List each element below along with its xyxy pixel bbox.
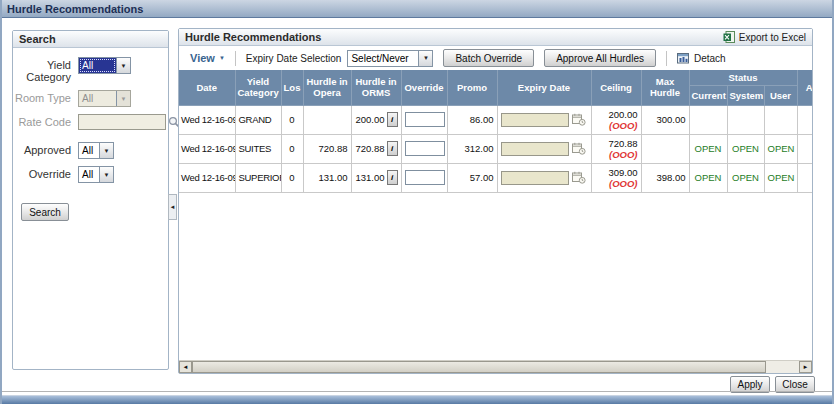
date-cell: Wed 12-16-09 — [179, 134, 235, 163]
override-label: Override — [13, 166, 71, 183]
promo-cell: 57.00 — [447, 163, 497, 192]
table-row[interactable]: Wed 12-16-09 SUITES 0 720.88 720.88i 312… — [179, 134, 812, 163]
override-input[interactable] — [405, 170, 445, 185]
detach-window-icon — [677, 52, 690, 64]
export-to-excel-button[interactable]: Export to Excel — [723, 31, 806, 43]
approved-select[interactable]: All ▼ — [78, 142, 114, 159]
approve-all-hurdles-button[interactable]: Approve All Hurdles — [544, 49, 656, 67]
override-input[interactable] — [405, 112, 445, 127]
scroll-right-icon[interactable]: ► — [799, 361, 812, 373]
excel-icon — [723, 31, 735, 43]
hurdle-in-opera-cell: 131.00 — [303, 163, 351, 192]
ceiling-ooo-flag: (OOO) — [595, 149, 638, 160]
override-cell — [401, 134, 447, 163]
column-header-approve-clipped: Ap — [797, 70, 812, 105]
calendar-icon[interactable] — [572, 113, 586, 126]
column-header-yield-category: Yield Category — [235, 70, 281, 105]
chevron-down-icon: ▼ — [219, 55, 225, 61]
horizontal-scrollbar[interactable]: ◄ ► — [179, 360, 812, 373]
toolbar-separator — [666, 51, 667, 66]
hurdle-panel-header: Hurdle Recommendations Export to Excel — [179, 29, 812, 46]
column-header-los: Los — [281, 70, 303, 105]
orms-info-button[interactable]: i — [387, 170, 398, 185]
column-header-hurdle-in-orms: Hurdle in ORMS — [351, 70, 401, 105]
status-system-cell: OPEN — [727, 134, 764, 163]
window-bottom-border — [2, 395, 832, 404]
status-current-cell — [689, 105, 727, 134]
rate-code-input — [78, 114, 166, 130]
override-cell — [401, 105, 447, 134]
column-header-status-system: System — [727, 85, 764, 105]
search-button[interactable]: Search — [21, 203, 69, 221]
date-cell: Wed 12-16-09 — [179, 163, 235, 192]
chevron-down-icon[interactable]: ▼ — [116, 58, 130, 73]
chevron-down-icon[interactable]: ▼ — [99, 167, 113, 182]
search-form: Yield Category All ▼ Room Type All ▼ Rat… — [13, 48, 168, 221]
override-field: Override All ▼ — [13, 166, 164, 183]
yield-category-cell: GRAND — [235, 105, 281, 134]
status-system-cell — [727, 105, 764, 134]
yield-category-cell: SUPERIOR — [235, 163, 281, 192]
date-cell: Wed 12-16-09 — [179, 105, 235, 134]
room-type-field: Room Type All ▼ — [13, 90, 164, 107]
room-type-select: All ▼ — [78, 90, 131, 107]
ceiling-cell: 200.00 (OOO) — [591, 105, 641, 134]
expiry-date-cell — [497, 134, 591, 163]
expiry-date-input[interactable] — [501, 113, 569, 127]
override-cell — [401, 163, 447, 192]
override-input[interactable] — [405, 141, 445, 156]
los-cell: 0 — [281, 105, 303, 134]
expiry-date-selection-label: Expiry Date Selection — [246, 53, 342, 64]
calendar-icon[interactable] — [572, 171, 586, 184]
approved-value: All — [79, 143, 99, 158]
approve-cell-clipped — [797, 105, 812, 134]
calendar-icon[interactable] — [572, 142, 586, 155]
toolbar-separator — [235, 51, 236, 66]
detach-button[interactable]: Detach — [677, 52, 726, 64]
window-title: Hurdle Recommendations — [7, 3, 143, 15]
window-titlebar: Hurdle Recommendations — [2, 0, 832, 18]
chevron-down-icon[interactable]: ▼ — [99, 143, 113, 158]
scroll-left-icon[interactable]: ◄ — [179, 361, 192, 373]
yield-category-field: Yield Category All ▼ — [13, 57, 164, 83]
scrollbar-thumb[interactable] — [192, 361, 766, 373]
yield-category-select[interactable]: All ▼ — [78, 57, 131, 74]
hurdle-recommendations-panel: Hurdle Recommendations Export to Excel V… — [178, 28, 813, 374]
content-bottom-divider — [2, 391, 832, 392]
column-header-override: Override — [401, 70, 447, 105]
search-panel: Search Yield Category All ▼ Room Type Al… — [12, 30, 169, 370]
scrollbar-track[interactable] — [766, 361, 799, 373]
hurdle-recommendations-window: Hurdle Recommendations Search Yield Cate… — [0, 0, 834, 404]
rate-code-label: Rate Code — [13, 114, 71, 130]
orms-info-button[interactable]: i — [387, 112, 398, 127]
status-system-cell: OPEN — [727, 163, 764, 192]
batch-override-button[interactable]: Batch Override — [443, 49, 534, 67]
expiry-date-input[interactable] — [501, 171, 569, 185]
splitter-collapse-handle[interactable]: ◄ — [168, 194, 177, 220]
hurdle-in-orms-cell: 131.00i — [351, 163, 401, 192]
ceiling-cell: 720.88 (OOO) — [591, 134, 641, 163]
max-hurdle-cell: 300.00 — [641, 105, 689, 134]
override-select[interactable]: All ▼ — [78, 166, 114, 183]
view-menu-button[interactable]: View ▼ — [190, 52, 225, 64]
status-user-cell — [764, 105, 797, 134]
table-row[interactable]: Wed 12-16-09 SUPERIOR 0 131.00 131.00i 5… — [179, 163, 812, 192]
table-row[interactable]: Wed 12-16-09 GRAND 0 200.00i 86.00 — [179, 105, 812, 134]
search-panel-title: Search — [19, 33, 56, 45]
hurdle-in-orms-cell: 720.88i — [351, 134, 401, 163]
chevron-down-icon[interactable]: ▼ — [418, 51, 432, 66]
los-cell: 0 — [281, 163, 303, 192]
column-header-date: Date — [179, 70, 235, 105]
approve-cell-clipped — [797, 163, 812, 192]
status-user-cell: OPEN — [764, 163, 797, 192]
room-type-value: All — [79, 91, 116, 106]
hurdle-table: Date Yield Category Los Hurdle in Opera … — [179, 70, 812, 193]
override-value: All — [79, 167, 99, 182]
column-header-expiry-date: Expiry Date — [497, 70, 591, 105]
hurdle-panel-title: Hurdle Recommendations — [185, 31, 321, 43]
expiry-date-selection-select[interactable]: Select/Never ▼ — [347, 50, 433, 67]
expiry-date-input[interactable] — [501, 142, 569, 156]
orms-info-button[interactable]: i — [387, 141, 398, 156]
yield-category-value: All — [79, 58, 116, 73]
content-area: Search Yield Category All ▼ Room Type Al… — [2, 18, 832, 392]
